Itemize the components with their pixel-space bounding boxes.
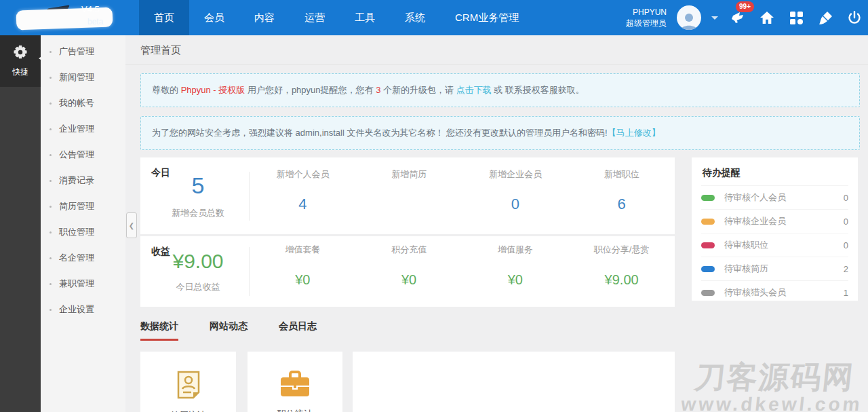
todo-count: 2 [844,264,848,274]
sidebar-item-company[interactable]: 企业管理 [41,116,125,142]
stat-points-recharge: 积分充值 ¥0 [356,244,462,299]
bullet-icon [50,309,52,311]
notice-text: 或 联系授权客服获取。 [492,85,585,95]
sidebar-item-company-settings[interactable]: 企业设置 [41,297,125,322]
bullet-icon [50,257,52,259]
sidebar-item-jobs[interactable]: 职位管理 [41,219,125,245]
nav-item-operation[interactable]: 运营 [290,0,340,35]
resume-stat-card[interactable]: 简历统计 [140,352,236,412]
sidebar-item-label: 消费记录 [59,174,94,187]
resume-stat-label: 简历统计 [171,409,206,412]
notice-text: 为了您的网站安全考虑，强烈建议将 admin,install 文件夹名改为其它名… [152,128,608,138]
nav-item-content[interactable]: 内容 [239,0,290,35]
sidebar-item-label: 企业管理 [59,123,94,135]
download-link[interactable]: 点击下载 [456,85,492,95]
bullet-icon [50,51,52,53]
todo-row-headhunter[interactable]: 待审核猎头会员 1 [701,280,848,304]
main-nav: 首页 会员 内容 运营 工具 系统 CRM业务管理 [139,0,534,35]
member-chart-card: 个人注册 个人登录 [353,352,675,412]
stat-value: 4 [250,195,356,213]
stat-new-company: 新增企业会员 0 [462,168,569,224]
sidebar-item-ads[interactable]: 广告管理 [41,39,125,64]
avatar[interactable] [677,5,701,30]
sidebar-item-label: 简历管理 [59,200,94,212]
sidebar-item-label: 新闻管理 [59,71,94,83]
todo-row-company[interactable]: 待审核企业会员 0 [701,209,848,233]
today-total-label: 新增会员总数 [147,207,249,219]
stat-value: ¥0 [250,272,356,288]
todo-label: 待审核职位 [724,239,768,251]
stat-label: 增值服务 [462,244,569,256]
stat-vas-package: 增值套餐 ¥0 [250,244,356,299]
modify-now-link[interactable]: 【马上修改】 [608,128,660,138]
stat-label: 新增企业会员 [462,168,569,181]
nav-item-members[interactable]: 会员 [189,0,239,35]
stat-value: 6 [568,195,675,213]
apps-button[interactable] [787,11,806,25]
todo-label: 待审核猎头会员 [724,286,786,299]
clean-cache-button[interactable] [816,11,835,25]
bullet-icon [50,283,52,285]
nav-item-home[interactable]: 首页 [139,0,189,35]
bullet-icon [50,154,52,156]
user-info: PHPYUN 超级管理员 [626,7,667,29]
stat-value: 0 [462,195,569,213]
notification-button[interactable]: 99+ [728,11,747,24]
todo-count: 0 [844,240,848,250]
resume-stat-icon [173,369,204,400]
home-button[interactable] [757,11,776,24]
sidebar-item-label: 公告管理 [59,149,94,161]
topbar-right: PHPYUN 超级管理员 99+ [626,0,868,35]
stat-label: 职位分享/悬赏 [568,244,675,256]
todo-panel: 待办提醒 待审核个人会员 0 待审核企业会员 0 待审核职位 0 待审核简历 2… [692,157,858,301]
status-pill [701,242,715,248]
today-total-block: 5 新增会员总数 [147,172,249,219]
notice-text: 用户您好，phpyun提醒您，您有 [245,85,376,95]
apps-grid-icon [789,11,804,25]
tab-member-log[interactable]: 会员日志 [279,320,317,341]
sidebar-item-label: 名企管理 [59,252,94,264]
stat-new-personal: 新增个人会员 4 [250,168,356,224]
broom-icon [818,11,833,25]
jobs-stat-card[interactable]: 职位统计 [248,352,342,412]
notification-badge: 99+ [736,1,754,12]
tab-site-activity[interactable]: 网站动态 [210,320,248,341]
sidebar-item-label: 兼职管理 [59,278,94,290]
bullet-icon [50,102,52,105]
sidebar-item-parttime[interactable]: 兼职管理 [41,271,125,297]
sidebar-item-news[interactable]: 新闻管理 [41,64,125,90]
logout-button[interactable] [845,11,864,25]
jobs-stat-label: 职位统计 [277,408,313,412]
jobs-stat-icon [279,369,311,399]
todo-row-personal[interactable]: 待审核个人会员 0 [701,185,848,209]
stat-vas-service: 增值服务 ¥0 [462,244,569,299]
sidebar-item-consume-log[interactable]: 消费记录 [41,168,125,193]
nav-item-system[interactable]: 系统 [390,0,440,35]
stat-job-share: 职位分享/悬赏 ¥9.00 [568,244,675,299]
bullet-icon [50,231,52,233]
logo-zone: V4.5 beta [0,0,139,35]
sidebar-item-famous-company[interactable]: 名企管理 [41,245,125,271]
chevron-down-icon[interactable] [711,16,718,23]
todo-row-job[interactable]: 待审核职位 0 [701,233,848,257]
status-pill [701,266,715,272]
tab-data-stats[interactable]: 数据统计 [140,320,178,341]
sidebar-item-resume[interactable]: 简历管理 [41,193,125,219]
collapse-sidebar-handle[interactable]: ❮ [126,212,137,238]
notice-text: 个新的升级包，请 [380,85,456,95]
nav-item-tools[interactable]: 工具 [340,0,390,35]
todo-row-resume[interactable]: 待审核简历 2 [701,257,848,280]
upgrade-notice: 尊敬的 Phpyun - 授权版 用户您好，phpyun提醒您，您有 3 个新的… [140,73,860,107]
bullet-icon [50,77,52,79]
user-silhouette-icon [679,11,699,30]
notice-text: 尊敬的 [152,85,181,95]
stat-label: 新增职位 [568,168,675,181]
quick-label: 快捷 [0,67,41,78]
sidebar-item-label: 广告管理 [59,45,94,58]
nav-item-crm[interactable]: CRM业务管理 [440,0,534,35]
user-name: PHPYUN [626,7,667,18]
bullet-icon [50,206,52,208]
sidebar-item-announcement[interactable]: 公告管理 [41,142,125,168]
stat-label: 增值套餐 [250,244,356,256]
sidebar-item-account[interactable]: 我的帐号 [41,90,125,116]
